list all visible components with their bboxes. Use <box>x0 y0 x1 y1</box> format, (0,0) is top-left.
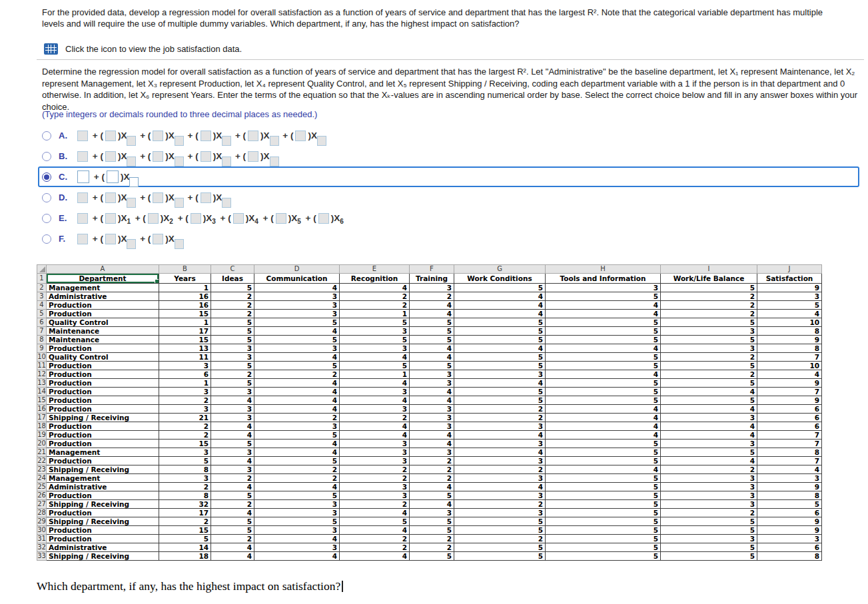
table-cell: 4 <box>546 405 661 414</box>
coefficient-input-box[interactable] <box>77 151 88 162</box>
coefficient-input-box[interactable] <box>105 192 116 203</box>
coefficient-input-box[interactable] <box>248 131 258 141</box>
subscript-input-box[interactable] <box>222 198 231 208</box>
table-cell: 4 <box>211 552 254 561</box>
followup-question: Which department, if any, has the highes… <box>37 579 343 593</box>
coefficient-input-box[interactable] <box>153 234 163 244</box>
table-cell: 5 <box>159 535 211 543</box>
row-number: 3 <box>37 292 47 301</box>
table-cell: 6 <box>757 405 822 414</box>
coefficient-input-box[interactable] <box>248 151 258 162</box>
operator-text: + ( <box>232 131 246 141</box>
radio-button-e[interactable] <box>42 214 51 223</box>
coefficient-input-box[interactable] <box>105 151 116 162</box>
subscript-input-box[interactable] <box>175 239 184 249</box>
coefficient-input-box[interactable] <box>201 192 211 203</box>
table-cell: Quality Control <box>47 318 159 327</box>
coefficient-input-box[interactable] <box>77 170 89 183</box>
coefficient-input-box[interactable] <box>201 151 211 162</box>
table-cell: 5 <box>410 526 454 535</box>
option-d[interactable]: D. + ()X + ()X + ()X <box>38 187 859 208</box>
subscript-input-box[interactable] <box>222 136 231 146</box>
option-e[interactable]: E. + ()X1 + ()X2 + ()X3 + ()X4 + ()X5 + … <box>38 208 859 228</box>
coefficient-input-box[interactable] <box>318 213 329 224</box>
selection-handle <box>155 279 159 284</box>
subscript-input-box[interactable] <box>175 136 184 146</box>
subscript-input-box[interactable] <box>129 177 139 187</box>
equation-template: + ()X1 + ()X2 + ()X3 + ()X4 + ()X5 + ()X… <box>75 213 346 224</box>
subscript-input-box[interactable] <box>317 136 326 146</box>
table-cell: 2 <box>211 370 254 379</box>
coefficient-input-box[interactable] <box>233 213 244 224</box>
table-cell: 1 <box>340 310 410 318</box>
subscript-input-box[interactable] <box>270 156 279 166</box>
subscript-input-box[interactable] <box>222 156 231 166</box>
subscript-input-box[interactable] <box>127 239 136 249</box>
table-cell: 21 <box>159 414 211 422</box>
table-cell: 2 <box>340 301 410 310</box>
table-cell: 32 <box>159 500 211 509</box>
row-number: 5 <box>37 310 47 318</box>
table-cell: 4 <box>661 457 757 465</box>
option-c[interactable]: C. + ()X <box>38 166 859 187</box>
subscript-input-box[interactable] <box>127 198 136 208</box>
text-cursor <box>342 581 343 592</box>
table-cell: 4 <box>254 353 340 362</box>
coefficient-input-box[interactable] <box>105 234 116 244</box>
radio-button-a[interactable] <box>42 131 51 141</box>
coefficient-input-box[interactable] <box>153 151 163 162</box>
row-number: 30 <box>37 526 47 535</box>
table-cell: 9 <box>757 517 822 526</box>
table-cell: 3 <box>661 344 757 353</box>
coefficient-input-box[interactable] <box>77 192 88 203</box>
table-cell: 1 <box>159 379 211 388</box>
table-cell: 4 <box>211 543 254 552</box>
table-cell: 2 <box>211 500 254 509</box>
table-cell: Production <box>47 362 159 370</box>
subscript-input-box[interactable] <box>175 198 184 208</box>
table-cell: 4 <box>340 422 410 431</box>
table-cell: 3 <box>211 465 254 474</box>
option-b[interactable]: B. + ()X + ()X + ()X + ()X <box>38 146 859 166</box>
coefficient-input-box[interactable] <box>77 234 88 244</box>
table-cell: 2 <box>340 543 410 552</box>
operator-text: )X <box>165 234 175 244</box>
radio-button-f[interactable] <box>42 234 51 244</box>
table-cell: 16 <box>159 292 211 301</box>
coefficient-input-box[interactable] <box>105 131 116 141</box>
coefficient-input-box[interactable] <box>107 170 119 183</box>
option-a[interactable]: A. + ()X + ()X + ()X + ()X + ()X <box>38 125 859 146</box>
option-f[interactable]: F. + ()X + ()X <box>38 228 859 249</box>
coefficient-input-box[interactable] <box>201 131 211 141</box>
option-letter: D. <box>59 192 75 202</box>
coefficient-input-box[interactable] <box>153 131 163 141</box>
coefficient-input-box[interactable] <box>191 213 201 224</box>
table-cell: 4 <box>546 414 661 422</box>
table-cell: Production <box>47 457 159 465</box>
table-cell: 2 <box>211 535 254 543</box>
coefficient-input-box[interactable] <box>105 213 116 224</box>
radio-button-b[interactable] <box>42 152 51 161</box>
table-cell: 3 <box>661 535 757 543</box>
table-cell: Production <box>47 491 159 500</box>
coefficient-input-box[interactable] <box>77 131 88 141</box>
coefficient-input-box[interactable] <box>77 213 88 224</box>
radio-button-d[interactable] <box>42 193 51 202</box>
table-cell: 5 <box>254 431 340 440</box>
radio-button-c[interactable] <box>42 172 51 182</box>
subscript-input-box[interactable] <box>127 136 136 146</box>
subscript-input-box[interactable] <box>270 136 279 146</box>
coefficient-input-box[interactable] <box>153 192 163 203</box>
table-cell: 3 <box>159 448 211 457</box>
table-cell: 9 <box>757 336 822 344</box>
coefficient-input-box[interactable] <box>276 213 286 224</box>
coefficient-input-box[interactable] <box>148 213 159 224</box>
table-cell: 5 <box>546 491 661 500</box>
subscript-input-box[interactable] <box>127 156 136 166</box>
table-cell: 5 <box>211 327 254 336</box>
data-table-icon[interactable] <box>44 43 58 55</box>
coefficient-input-box[interactable] <box>295 131 306 141</box>
table-cell: 2 <box>159 517 211 526</box>
table-cell: 5 <box>254 362 340 370</box>
subscript-input-box[interactable] <box>175 156 184 166</box>
